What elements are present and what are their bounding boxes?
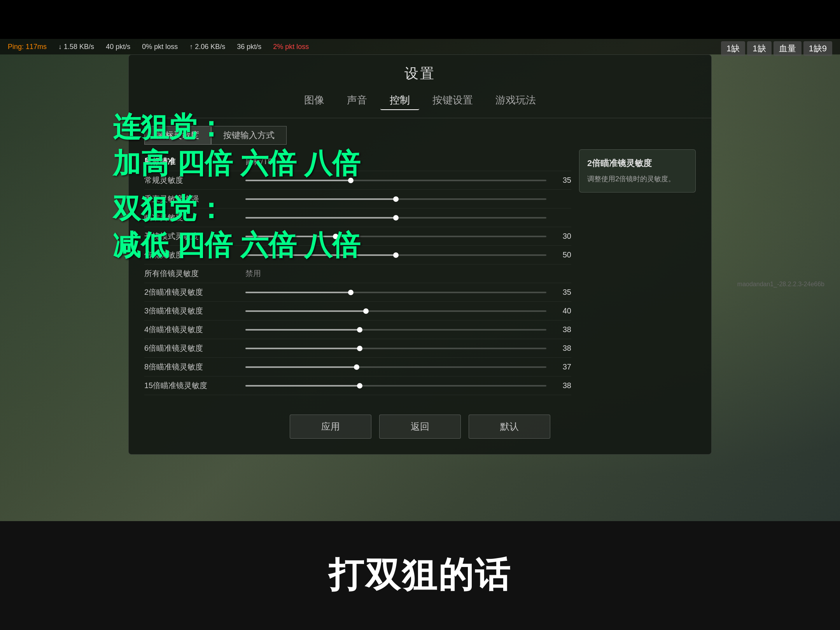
slider-6x-sens[interactable]: 38 — [245, 344, 571, 353]
row-8x-sens: 8倍瞄准镜灵敏度 37 — [144, 358, 571, 376]
label-scope-mode-sens: 开镜模式灵敏度 — [144, 231, 245, 242]
slider-regular-sens[interactable]: 35 — [245, 176, 571, 185]
value-3x-sens: 40 — [552, 306, 571, 315]
track-aim-sens — [245, 217, 546, 219]
row-header-label: 鼠标瞄准 — [144, 156, 245, 167]
label-8x-sens: 8倍瞄准镜灵敏度 — [144, 362, 245, 372]
track-4x-sens — [245, 329, 546, 331]
back-button[interactable]: 返回 — [379, 415, 461, 439]
label-3x-sens: 3倍瞄准镜灵敏度 — [144, 306, 245, 316]
label-scope-sens: 倍镜灵敏度 — [144, 250, 245, 260]
label-15x-sens: 15倍瞄准镜灵敏度 — [144, 380, 245, 391]
row-all-scope-sens: 所有倍镜灵敏度 禁用 — [144, 264, 571, 283]
row-15x-sens: 15倍瞄准镜灵敏度 38 — [144, 376, 571, 395]
row-aim-sens: 瞄准灵敏度 — [144, 208, 571, 227]
label-all-scope-sens: 所有倍镜灵敏度 — [144, 268, 245, 279]
row-scope-mode-sens: 开镜模式灵敏度 30 — [144, 227, 571, 246]
track-regular-sens — [245, 180, 546, 181]
slider-aim-sens[interactable] — [245, 217, 571, 219]
label-6x-sens: 6倍瞄准镜灵敏度 — [144, 343, 245, 354]
slider-4x-sens[interactable]: 38 — [245, 325, 571, 334]
tab-bar: 图像 声音 控制 按键设置 游戏玩法 — [129, 87, 711, 118]
row-2x-sens: 2倍瞄准镜灵敏度 35 — [144, 283, 571, 302]
track-3x-sens — [245, 310, 546, 312]
label-2x-sens: 2倍瞄准镜灵敏度 — [144, 287, 245, 298]
track-vertical-boost — [245, 198, 546, 200]
tooltip-title: 2倍瞄准镜灵敏度 — [587, 158, 688, 169]
slider-scope-sens[interactable]: 50 — [245, 250, 571, 259]
slider-15x-sens[interactable]: 38 — [245, 381, 571, 390]
value-2x-sens: 35 — [552, 288, 571, 297]
sub-tab-mouse[interactable]: 鼠标灵敏度 — [144, 126, 211, 145]
sub-tabs: 鼠标灵敏度 按键输入方式 — [144, 126, 571, 145]
value-15x-sens: 38 — [552, 381, 571, 390]
track-2x-sens — [245, 292, 546, 293]
default-button[interactable]: 默认 — [469, 415, 550, 439]
tab-sound[interactable]: 声音 — [338, 91, 376, 110]
value-all-scope-disabled: 禁用 — [245, 268, 261, 279]
value-regular-sens: 35 — [552, 176, 571, 185]
sub-tab-input[interactable]: 按键输入方式 — [211, 126, 287, 145]
score-box-4: 1缺9 — [803, 41, 832, 56]
hud-pktloss1: 0% pkt loss — [142, 43, 178, 51]
value-4x-sens: 38 — [552, 325, 571, 334]
black-bar-top — [0, 0, 840, 39]
label-vertical-boost: 垂直灵敏度增强 — [144, 194, 245, 204]
score-box-2: 1缺 — [747, 41, 771, 56]
track-15x-sens — [245, 385, 546, 387]
version-text: maodandan1_-28.2.2.3-24e66b — [737, 281, 824, 288]
label-regular-sens: 常规灵敏度 — [144, 175, 245, 186]
track-scope-mode-sens — [245, 236, 546, 237]
settings-title: 设置 — [129, 55, 711, 87]
row-header-value: 鼠标/TD — [245, 156, 273, 167]
tab-control[interactable]: 控制 — [380, 91, 419, 110]
value-scope-mode-sens: 30 — [552, 232, 571, 241]
slider-2x-sens[interactable]: 35 — [245, 288, 571, 297]
label-aim-sens: 瞄准灵敏度 — [144, 212, 245, 223]
row-scope-sens: 倍镜灵敏度 50 — [144, 246, 571, 264]
track-8x-sens — [245, 366, 546, 368]
track-6x-sens — [245, 348, 546, 349]
slider-8x-sens[interactable]: 37 — [245, 362, 571, 371]
row-4x-sens: 4倍瞄准镜灵敏度 38 — [144, 320, 571, 339]
score-box-3: 血量 — [774, 41, 802, 56]
hud-pktloss2: 2% pkt loss — [273, 43, 309, 51]
settings-content: 鼠标灵敏度 按键输入方式 鼠标瞄准 鼠标/TD 常规灵敏度 35 — [129, 118, 711, 403]
hud-upload: ↑ 2.06 KB/s — [189, 43, 225, 51]
label-4x-sens: 4倍瞄准镜灵敏度 — [144, 324, 245, 335]
track-scope-sens — [245, 254, 546, 256]
row-header: 鼠标瞄准 鼠标/TD — [144, 152, 571, 171]
tooltip-panel: 2倍瞄准镜灵敏度 调整使用2倍镜时的灵敏度。 — [579, 149, 696, 192]
hud-bar: Ping: 117ms ↓ 1.58 KB/s 40 pkt/s 0% pkt … — [0, 39, 840, 54]
hud-ping: Ping: 117ms — [8, 43, 47, 51]
tab-keybind[interactable]: 按键设置 — [423, 91, 482, 110]
slider-3x-sens[interactable]: 40 — [245, 306, 571, 315]
row-6x-sens: 6倍瞄准镜灵敏度 38 — [144, 339, 571, 358]
slider-vertical-boost[interactable] — [245, 198, 571, 200]
subtitle-text: 打双狙的话 — [329, 551, 511, 599]
tooltip-text: 调整使用2倍镜时的灵敏度。 — [587, 174, 688, 184]
apply-button[interactable]: 应用 — [290, 415, 371, 439]
score-box-1: 1缺 — [721, 41, 745, 56]
tab-image[interactable]: 图像 — [295, 91, 334, 110]
hud-pkt2: 36 pkt/s — [237, 43, 261, 51]
settings-panel: 设置 图像 声音 控制 按键设置 游戏玩法 鼠标灵敏度 按键输入方式 鼠标瞄准 … — [128, 54, 712, 455]
row-regular-sens: 常规灵敏度 35 — [144, 171, 571, 190]
value-8x-sens: 37 — [552, 362, 571, 371]
hud-download: ↓ 1.58 KB/s — [58, 43, 94, 51]
value-scope-sens: 50 — [552, 250, 571, 259]
score-area: 1缺 1缺 血量 1缺9 — [721, 39, 832, 58]
hud-pkt1: 40 pkt/s — [106, 43, 130, 51]
tab-gameplay[interactable]: 游戏玩法 — [486, 91, 545, 110]
row-3x-sens: 3倍瞄准镜灵敏度 40 — [144, 302, 571, 320]
row-vertical-boost: 垂直灵敏度增强 — [144, 190, 571, 208]
value-6x-sens: 38 — [552, 344, 571, 353]
slider-scope-mode-sens[interactable]: 30 — [245, 232, 571, 241]
left-panel: 鼠标灵敏度 按键输入方式 鼠标瞄准 鼠标/TD 常规灵敏度 35 — [144, 126, 571, 395]
action-buttons: 应用 返回 默认 — [129, 407, 711, 446]
